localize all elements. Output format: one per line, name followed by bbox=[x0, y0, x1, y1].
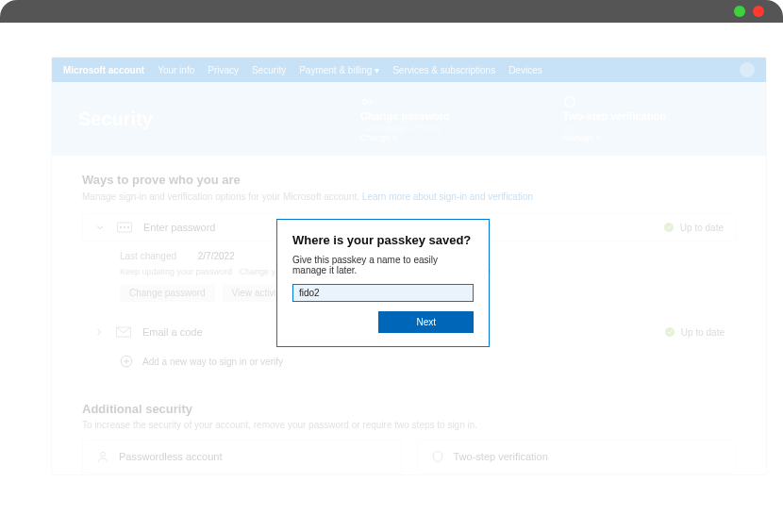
add-new-label: Add a new way to sign in or verify bbox=[142, 357, 283, 367]
card-passwordless[interactable]: Passwordless account bbox=[82, 440, 402, 474]
svg-point-0 bbox=[362, 100, 367, 105]
modal-desc: Give this passkey a name to easily manag… bbox=[292, 255, 474, 275]
method1-status: Up to date bbox=[680, 223, 724, 233]
card-two-step[interactable]: Two-step verification bbox=[417, 440, 737, 474]
avatar[interactable] bbox=[740, 62, 755, 77]
band-change-password[interactable]: Change password Last change 2/7/2022 Cha… bbox=[360, 95, 450, 142]
shield-icon bbox=[431, 450, 444, 463]
next-button[interactable]: Next bbox=[378, 311, 474, 333]
section1-desc: Manage sign-in and verification options … bbox=[82, 191, 362, 202]
nav-services[interactable]: Services & subscriptions bbox=[392, 65, 495, 75]
svg-point-2 bbox=[120, 226, 122, 228]
band-col2-line1: OFF bbox=[563, 124, 666, 133]
svg-point-9 bbox=[101, 452, 106, 457]
window-minimize-dot[interactable] bbox=[734, 6, 745, 17]
band-two-step[interactable]: Two-step verification OFF Manage > bbox=[563, 95, 666, 142]
svg-point-7 bbox=[665, 327, 675, 337]
nav-payment[interactable]: Payment & billing ▾ bbox=[299, 65, 379, 75]
method1-detail-label: Last changed bbox=[120, 251, 195, 261]
band-col1-line2[interactable]: Change > bbox=[360, 133, 450, 142]
method1-detail-value: 2/7/2022 bbox=[198, 251, 235, 261]
svg-point-3 bbox=[124, 226, 125, 228]
section2-title: Additional security bbox=[82, 402, 736, 416]
method2-label: Email a code bbox=[142, 326, 203, 338]
svg-point-4 bbox=[127, 226, 129, 228]
nav-security[interactable]: Security bbox=[252, 65, 286, 75]
card1-label: Passwordless account bbox=[119, 451, 222, 462]
titlebar bbox=[0, 0, 783, 23]
section1-title: Ways to prove who you are bbox=[82, 173, 736, 187]
brand[interactable]: Microsoft account bbox=[63, 65, 144, 75]
topnav: Microsoft account Your info Privacy Secu… bbox=[52, 58, 766, 82]
section2-desc: To increase the security of your account… bbox=[82, 420, 736, 430]
passkey-name-input[interactable] bbox=[292, 284, 474, 302]
check-circle-icon bbox=[664, 326, 675, 338]
passkey-name-modal: Where is your passkey saved? Give this p… bbox=[276, 219, 490, 347]
mail-icon bbox=[116, 326, 131, 338]
band-col2-heading: Two-step verification bbox=[563, 110, 666, 122]
nav-privacy[interactable]: Privacy bbox=[208, 65, 239, 75]
password-dots-icon bbox=[117, 222, 132, 233]
shield-icon bbox=[563, 95, 576, 108]
key-icon bbox=[360, 95, 374, 108]
page-title: Security bbox=[78, 108, 153, 130]
section1-link[interactable]: Learn more about sign-in and verificatio… bbox=[362, 191, 533, 202]
check-circle-icon bbox=[663, 222, 675, 233]
change-password-button[interactable]: Change password bbox=[120, 284, 215, 302]
method1-label: Enter password bbox=[143, 222, 215, 233]
security-band: Security Change password Last change 2/7… bbox=[52, 82, 766, 156]
person-icon bbox=[96, 450, 109, 463]
band-col1-heading: Change password bbox=[360, 110, 450, 122]
plus-circle-icon bbox=[120, 355, 133, 368]
method2-status: Up to date bbox=[681, 327, 725, 338]
window-close-dot[interactable] bbox=[753, 6, 764, 17]
card2-label: Two-step verification bbox=[454, 451, 548, 462]
chevron-right-icon bbox=[93, 326, 105, 338]
band-col2-line2[interactable]: Manage > bbox=[563, 133, 666, 142]
modal-title: Where is your passkey saved? bbox=[292, 233, 474, 247]
add-new-method[interactable]: Add a new way to sign in or verify bbox=[82, 345, 736, 377]
band-col1-line1: Last change 2/7/2022 bbox=[360, 124, 450, 133]
nav-your-info[interactable]: Your info bbox=[158, 65, 194, 75]
nav-devices[interactable]: Devices bbox=[508, 65, 542, 75]
svg-point-5 bbox=[664, 223, 674, 232]
chevron-down-icon bbox=[94, 222, 106, 233]
